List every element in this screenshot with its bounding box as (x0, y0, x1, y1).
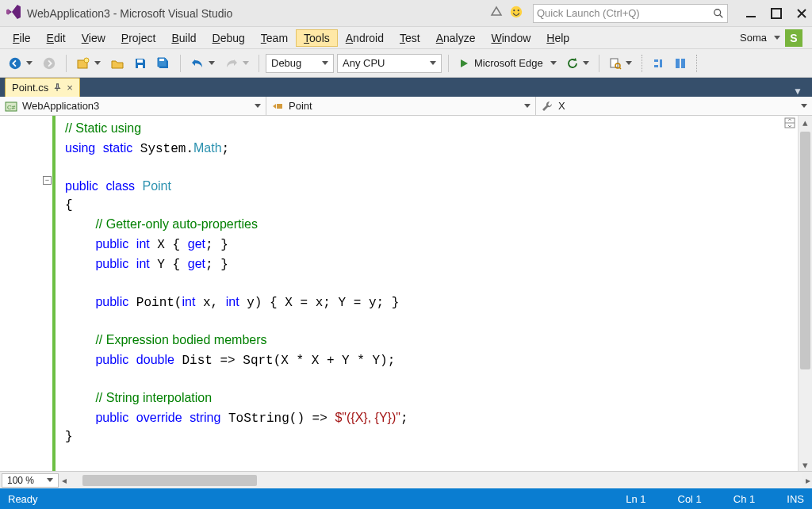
menu-test[interactable]: Test (392, 29, 428, 47)
new-project-button[interactable] (73, 55, 104, 72)
open-file-button[interactable] (107, 55, 128, 72)
platform-combo[interactable]: Any CPU (337, 54, 442, 73)
nav-type-combo[interactable]: Point (266, 97, 536, 115)
svg-rect-5 (746, 16, 756, 17)
step-into-button[interactable] (649, 55, 668, 71)
svg-point-10 (84, 58, 89, 63)
menu-tools[interactable]: Tools (296, 29, 338, 47)
feedback-smile-icon[interactable] (509, 5, 523, 21)
split-horizontal-icon[interactable] (784, 117, 795, 131)
tab-label: Point.cs (12, 82, 48, 94)
menu-android[interactable]: Android (338, 29, 392, 47)
maximize-button[interactable] (771, 8, 782, 19)
status-col: Col 1 (678, 493, 702, 505)
svg-rect-17 (676, 59, 680, 68)
scroll-up-arrow[interactable]: ▴ (799, 116, 812, 128)
undo-button[interactable] (187, 55, 218, 71)
menu-view[interactable]: View (74, 29, 113, 47)
status-ready: Ready (8, 493, 38, 505)
menu-edit[interactable]: Edit (39, 29, 74, 47)
svg-point-8 (44, 57, 55, 68)
menu-analyze[interactable]: Analyze (428, 29, 484, 47)
minimize-button[interactable] (745, 8, 756, 19)
close-tab-button[interactable]: × (67, 82, 73, 93)
menu-team[interactable]: Team (253, 29, 296, 47)
save-button[interactable] (131, 55, 150, 71)
svg-line-4 (720, 14, 723, 17)
statusbar: Ready Ln 1 Col 1 Ch 1 INS (0, 488, 812, 509)
menu-file[interactable]: File (5, 29, 39, 47)
nav-back-button[interactable] (5, 55, 36, 72)
user-badge[interactable]: S (785, 29, 802, 47)
outline-collapse-toggle[interactable]: − (43, 176, 52, 185)
vs-logo-icon (5, 3, 22, 23)
svg-point-2 (518, 10, 519, 11)
csharp-project-icon: C# (5, 100, 17, 113)
scroll-thumb[interactable] (800, 132, 810, 369)
svg-rect-6 (772, 9, 781, 18)
redo-button (221, 55, 252, 71)
editor: − // Static using using static System.Ma… (0, 116, 812, 488)
menu-debug[interactable]: Debug (205, 29, 253, 47)
pin-icon[interactable] (53, 83, 62, 92)
close-button[interactable] (796, 8, 807, 19)
svg-point-1 (513, 10, 515, 11)
svg-point-7 (10, 57, 21, 68)
config-combo[interactable]: Debug (266, 54, 334, 73)
browser-refresh-button[interactable] (563, 55, 592, 71)
status-ins: INS (787, 493, 804, 505)
menubar: FileEditViewProjectBuildDebugTeamToolsAn… (0, 27, 812, 49)
nav-member-combo[interactable]: X (536, 97, 812, 115)
change-marker (52, 116, 56, 471)
nav-forward-button (39, 55, 59, 72)
start-debug-button[interactable]: Microsoft Edge (455, 55, 560, 71)
notifications-icon[interactable] (490, 6, 503, 21)
svg-point-3 (714, 9, 721, 15)
status-ch: Ch 1 (733, 493, 755, 505)
scroll-right-arrow[interactable]: ▸ (806, 475, 810, 486)
status-line: Ln 1 (626, 493, 645, 505)
scroll-down-arrow[interactable]: ▾ (799, 458, 812, 471)
step-over-button[interactable] (671, 55, 690, 71)
svg-line-16 (619, 67, 621, 69)
editor-gutter[interactable]: − (0, 116, 56, 471)
navigation-bar: C# WebApplication3 Point X (0, 97, 812, 116)
user-name[interactable]: Soma (740, 32, 767, 44)
quick-launch-placeholder: Quick Launch (Ctrl+Q) (537, 7, 713, 19)
svg-rect-12 (138, 65, 143, 68)
document-tabstrip: Point.cs × ▼ (0, 78, 812, 97)
svg-text:C#: C# (7, 104, 16, 111)
menu-window[interactable]: Window (484, 29, 539, 47)
nav-project-combo[interactable]: C# WebApplication3 (0, 97, 266, 115)
quick-launch-input[interactable]: Quick Launch (Ctrl+Q) (533, 4, 728, 23)
chevron-down-icon[interactable] (774, 36, 780, 40)
svg-rect-14 (611, 59, 618, 67)
horizontal-scrollbar[interactable] (70, 473, 802, 488)
tab-point-cs[interactable]: Point.cs × (5, 78, 80, 97)
svg-rect-13 (159, 59, 164, 61)
menu-build[interactable]: Build (163, 29, 204, 47)
find-in-files-button[interactable] (606, 55, 635, 71)
editor-footer: 100 % ◂ ▸ (0, 471, 812, 488)
search-icon (713, 8, 724, 19)
svg-rect-11 (137, 59, 143, 63)
tab-overflow-button[interactable]: ▼ (788, 86, 807, 97)
scroll-left-arrow[interactable]: ◂ (62, 475, 67, 486)
zoom-combo[interactable]: 100 % (2, 473, 59, 488)
toolbar: Debug Any CPU Microsoft Edge (0, 49, 812, 78)
class-icon (271, 100, 284, 113)
save-all-button[interactable] (153, 55, 174, 72)
titlebar: WebApplication3 - Microsoft Visual Studi… (0, 0, 812, 27)
vertical-scrollbar[interactable]: ▴ ▾ (798, 116, 812, 471)
wrench-icon (541, 100, 553, 113)
code-area[interactable]: // Static using using static System.Math… (56, 116, 782, 471)
window-title: WebApplication3 - Microsoft Visual Studi… (27, 7, 232, 20)
menu-project[interactable]: Project (113, 29, 164, 47)
menu-help[interactable]: Help (538, 29, 577, 47)
svg-rect-18 (681, 59, 685, 68)
